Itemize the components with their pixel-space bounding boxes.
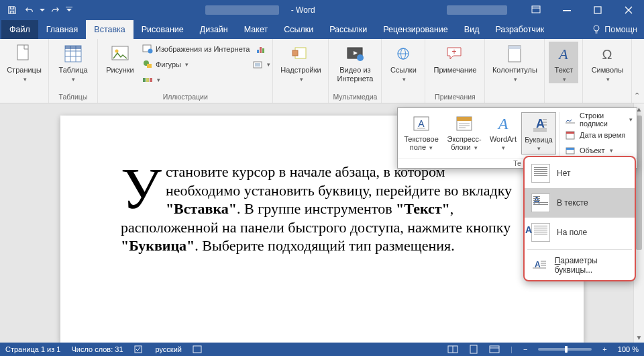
dropcap-options-icon: A: [531, 259, 548, 272]
undo-dropdown-icon[interactable]: [39, 2, 46, 18]
qat-customize-icon[interactable]: [64, 2, 74, 18]
text-button[interactable]: A Текст▾: [549, 42, 578, 83]
svg-rect-21: [255, 63, 260, 66]
maximize-icon[interactable]: [582, 0, 613, 20]
headerfooter-button[interactable]: Колонтитулы▾: [489, 42, 540, 83]
svg-rect-16: [150, 78, 152, 82]
svg-text:A: A: [558, 46, 569, 62]
smartart-button[interactable]: ▾: [141, 73, 251, 87]
svg-point-4: [594, 26, 599, 31]
zoom-level[interactable]: 100 %: [618, 345, 639, 353]
tab-mailings[interactable]: Рассылки: [321, 20, 375, 39]
status-words[interactable]: Число слов: 31: [71, 345, 123, 353]
screenshot-button[interactable]: ▾: [254, 57, 268, 72]
dropcap-option-inmargin[interactable]: A На поле: [525, 218, 635, 247]
view-weblayout-icon[interactable]: [489, 345, 500, 353]
group-symbols: Ω Символы▾: [583, 39, 632, 103]
svg-rect-0: [66, 7, 72, 7]
ribbon-options-icon[interactable]: [521, 0, 551, 20]
tab-file[interactable]: Файл: [1, 20, 38, 39]
pages-button[interactable]: Страницы▾: [4, 42, 44, 83]
dropcap-options[interactable]: A Параметры буквицы...: [525, 252, 635, 279]
tab-design[interactable]: Дизайн: [192, 20, 236, 39]
group-tables-label: Таблицы: [59, 92, 88, 101]
tab-home[interactable]: Главная: [38, 20, 87, 39]
smartart-icon: [142, 75, 153, 85]
scroll-down-icon[interactable]: ▼: [634, 332, 644, 343]
group-comments: + Примечание Примечания: [425, 39, 485, 103]
accessibility-icon[interactable]: [193, 345, 202, 354]
video-icon: [344, 43, 366, 64]
undo-icon[interactable]: [21, 2, 38, 18]
paragraph: У становите курсор в начале абзаца, в ко…: [121, 163, 523, 255]
dropcap-intext-icon: A: [531, 193, 550, 212]
pictures-button[interactable]: Рисунки: [102, 42, 138, 83]
dropcap-option-intext[interactable]: A В тексте: [525, 188, 635, 218]
ribbon-collapse-icon[interactable]: ⌃: [634, 91, 640, 100]
omega-icon: Ω: [596, 43, 618, 64]
table-button[interactable]: Таблица▾: [53, 42, 93, 83]
signature-line-button[interactable]: Строки подписи▾: [564, 112, 634, 127]
tell-me-label: Помощн: [604, 25, 637, 34]
status-page[interactable]: Страница 1 из 1: [5, 345, 60, 353]
quick-access-toolbar: [0, 2, 74, 18]
tab-developer[interactable]: Разработчик: [487, 20, 552, 39]
redo-icon[interactable]: [47, 2, 63, 18]
svg-rect-14: [143, 78, 146, 82]
view-readmode-icon[interactable]: [447, 345, 458, 353]
dropcap-submenu: Нет A В тексте A На поле A Параметры бук…: [523, 156, 636, 281]
svg-rect-15: [146, 78, 149, 82]
picture-icon: [109, 43, 131, 64]
tab-references[interactable]: Ссылки: [276, 20, 321, 39]
links-button[interactable]: Ссылки▾: [386, 42, 421, 83]
title-bar: - Word: [0, 0, 644, 20]
addins-icon: [290, 43, 311, 64]
svg-point-25: [357, 54, 364, 61]
tab-insert[interactable]: Вставка: [86, 20, 133, 39]
flyout-buttons: A Текстовое поле ▾ Экспресс-блоки ▾ A Wo…: [400, 112, 556, 158]
spellcheck-icon[interactable]: [134, 345, 145, 354]
addins-button[interactable]: Надстройки▾: [277, 42, 324, 83]
tab-draw[interactable]: Рисование: [133, 20, 192, 39]
symbols-button[interactable]: Ω Символы▾: [587, 42, 627, 83]
tell-me[interactable]: Помощн: [586, 20, 644, 39]
status-language[interactable]: русский: [156, 345, 182, 353]
chart-button[interactable]: [254, 42, 268, 56]
zoom-out-icon[interactable]: −: [523, 345, 527, 353]
svg-rect-48: [490, 346, 499, 353]
tab-layout[interactable]: Макет: [236, 20, 276, 39]
dropcap-option-none[interactable]: Нет: [525, 159, 635, 188]
online-pictures-icon: [142, 44, 153, 54]
status-bar: Страница 1 из 1 Число слов: 31 русский |…: [0, 343, 644, 356]
online-video-button[interactable]: Видео из Интернета: [333, 42, 377, 83]
drop-cap: У: [121, 163, 166, 212]
ribbon: Страницы▾ Таблица▾ Таблицы Рисунки Изобр…: [0, 39, 644, 103]
svg-rect-17: [257, 50, 259, 53]
view-printlayout-icon[interactable]: [469, 345, 478, 354]
account-blur: [447, 5, 507, 15]
zoom-in-icon[interactable]: +: [602, 345, 606, 353]
datetime-button[interactable]: Дата и время: [564, 128, 634, 142]
dropcap-icon: A: [528, 114, 549, 134]
zoom-slider[interactable]: [538, 348, 592, 351]
wordart-button[interactable]: A WordArt▾: [486, 112, 520, 153]
flyout-side: Строки подписи▾ Дата и время Объект▾: [559, 112, 634, 158]
tab-view[interactable]: Вид: [456, 20, 488, 39]
group-illustrations: Рисунки Изображения из Интернета Фигуры▾…: [98, 39, 273, 103]
group-headerfooter: Колонтитулы▾: [485, 39, 545, 103]
group-media: Видео из Интернета Мультимедиа: [329, 39, 382, 103]
online-pictures-button[interactable]: Изображения из Интернета: [141, 42, 251, 56]
minimize-icon[interactable]: [551, 0, 582, 20]
shapes-button[interactable]: Фигуры▾: [141, 57, 251, 72]
comment-button[interactable]: + Примечание: [429, 42, 480, 83]
dropcap-button[interactable]: A Буквица▾: [521, 112, 556, 154]
svg-text:+: +: [452, 47, 457, 56]
save-icon[interactable]: [4, 2, 20, 18]
close-icon[interactable]: [613, 0, 644, 20]
quickparts-button[interactable]: Экспресс-блоки ▾: [443, 112, 485, 153]
svg-text:A: A: [497, 115, 508, 132]
textbox-button[interactable]: A Текстовое поле ▾: [400, 112, 442, 153]
svg-text:A: A: [418, 118, 425, 129]
lightbulb-icon: [592, 25, 600, 34]
tab-review[interactable]: Рецензирование: [375, 20, 456, 39]
